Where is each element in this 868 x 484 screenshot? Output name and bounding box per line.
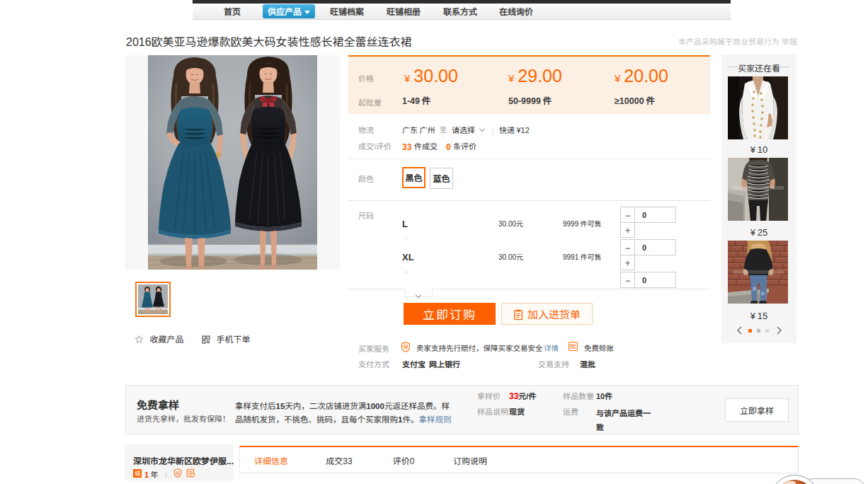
svg-text:保: 保 [403,342,409,350]
svg-text:保: 保 [176,470,180,476]
